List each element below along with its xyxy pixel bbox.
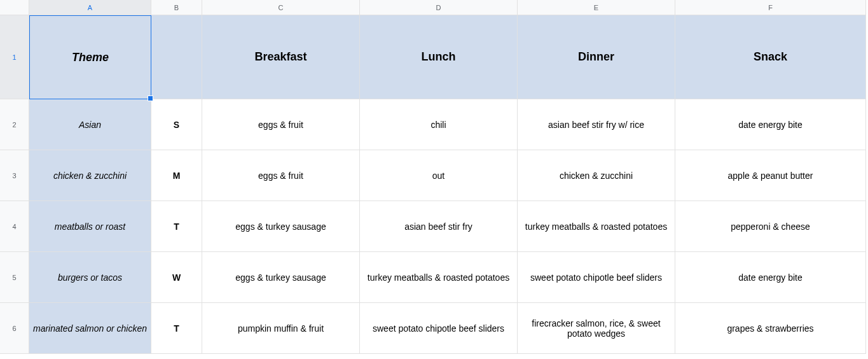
cell-E1[interactable]: Dinner (518, 15, 675, 99)
cell-B4[interactable]: T (151, 201, 202, 252)
cell-B5[interactable]: W (151, 252, 202, 303)
cell-E4[interactable]: turkey meatballs & roasted potatoes (518, 201, 675, 252)
cell-A1[interactable]: Theme (29, 15, 151, 99)
spreadsheet-grid: A B C D E F 1 Theme Breakfast Lunch Dinn… (0, 0, 868, 354)
cell-F4[interactable]: pepperoni & cheese (675, 201, 866, 252)
cell-A2[interactable]: Asian (29, 99, 151, 150)
cell-D4[interactable]: asian beef stir fry (360, 201, 518, 252)
cell-F2[interactable]: date energy bite (675, 99, 866, 150)
cell-E2[interactable]: asian beef stir fry w/ rice (518, 99, 675, 150)
cell-D2[interactable]: chili (360, 99, 518, 150)
cell-B2[interactable]: S (151, 99, 202, 150)
col-header-B[interactable]: B (151, 0, 202, 15)
cell-A5[interactable]: burgers or tacos (29, 252, 151, 303)
row-header-2[interactable]: 2 (0, 99, 29, 150)
cell-E3[interactable]: chicken & zucchini (518, 150, 675, 201)
select-all-corner[interactable] (0, 0, 29, 15)
cell-D1[interactable]: Lunch (360, 15, 518, 99)
cell-B3[interactable]: M (151, 150, 202, 201)
cell-F5[interactable]: date energy bite (675, 252, 866, 303)
cell-E5[interactable]: sweet potato chipotle beef sliders (518, 252, 675, 303)
cell-F3[interactable]: apple & peanut butter (675, 150, 866, 201)
cell-D5[interactable]: turkey meatballs & roasted potatoes (360, 252, 518, 303)
cell-D6[interactable]: sweet potato chipotle beef sliders (360, 303, 518, 354)
cell-A6[interactable]: marinated salmon or chicken (29, 303, 151, 354)
cell-A3[interactable]: chicken & zucchini (29, 150, 151, 201)
cell-C6[interactable]: pumpkin muffin & fruit (202, 303, 360, 354)
col-header-F[interactable]: F (675, 0, 866, 15)
row-header-1[interactable]: 1 (0, 15, 29, 99)
col-header-C[interactable]: C (202, 0, 360, 15)
cell-C4[interactable]: eggs & turkey sausage (202, 201, 360, 252)
cell-F1[interactable]: Snack (675, 15, 866, 99)
col-header-A[interactable]: A (29, 0, 151, 15)
cell-C2[interactable]: eggs & fruit (202, 99, 360, 150)
cell-B6[interactable]: T (151, 303, 202, 354)
cell-C5[interactable]: eggs & turkey sausage (202, 252, 360, 303)
row-header-5[interactable]: 5 (0, 252, 29, 303)
row-header-6[interactable]: 6 (0, 303, 29, 354)
cell-A4[interactable]: meatballs or roast (29, 201, 151, 252)
cell-D3[interactable]: out (360, 150, 518, 201)
cell-C1[interactable]: Breakfast (202, 15, 360, 99)
col-header-E[interactable]: E (518, 0, 675, 15)
col-header-D[interactable]: D (360, 0, 518, 15)
cell-F6[interactable]: grapes & strawberries (675, 303, 866, 354)
row-header-3[interactable]: 3 (0, 150, 29, 201)
cell-B1[interactable] (151, 15, 202, 99)
row-header-4[interactable]: 4 (0, 201, 29, 252)
cell-E6[interactable]: firecracker salmon, rice, & sweet potato… (518, 303, 675, 354)
cell-C3[interactable]: eggs & fruit (202, 150, 360, 201)
